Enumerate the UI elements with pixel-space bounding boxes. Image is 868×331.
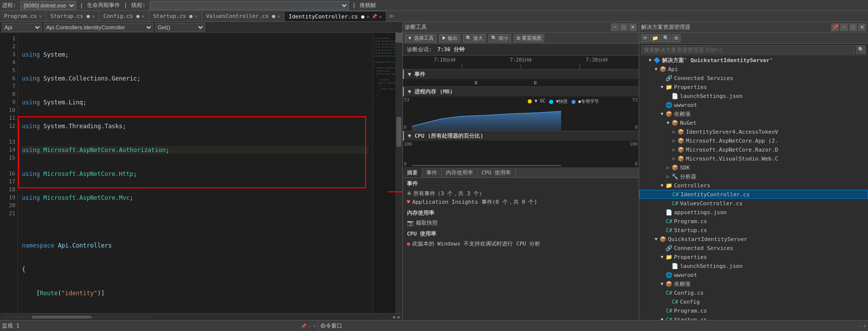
events-section[interactable]: ▼ 事件 (403, 70, 639, 79)
pin-icon[interactable]: 📌 (301, 324, 306, 329)
zoom-out-btn[interactable]: 🔍 缩小 (488, 34, 511, 42)
properties-item[interactable]: ▼ 📁 Properties (639, 83, 868, 91)
config-item-label: Config (680, 299, 700, 305)
program-cs-file[interactable]: C# Program.cs (639, 217, 868, 226)
snapshot-row[interactable]: 📷 额取快照 (407, 219, 635, 227)
command-panel: 命令窗口 − ✕ > (318, 321, 868, 331)
solution-toolbar-btn2[interactable]: 📁 (650, 34, 660, 42)
minimize-btn[interactable]: − (611, 23, 619, 31)
app-insights-text: Application Insights 事件(0 个，共 0 个) (412, 198, 537, 206)
reset-view-btn[interactable]: ⊞ 重置视图 (514, 34, 544, 42)
solution-pin-btn[interactable]: 📌 (831, 23, 839, 31)
close-icon[interactable]: ✕ (367, 14, 370, 19)
wwwroot-2[interactable]: 🌐 wwwroot (639, 270, 868, 279)
tab-events[interactable]: 事件 (422, 168, 442, 177)
maximize-btn[interactable]: □ (620, 23, 628, 31)
visualstudio-web-pkg[interactable]: ▷ 📦 Microsoft.VisualStudio.Web.C (639, 154, 868, 163)
pause-icon: ⏸ (474, 80, 479, 85)
dependencies-2[interactable]: ▼ 📦 依赖项 (639, 279, 868, 288)
code-content[interactable]: using System; using System.Collections.G… (18, 33, 373, 313)
tab-identity-controller[interactable]: IdentityController.cs ● ✕ 📌 ✕ (285, 11, 386, 22)
memory-section[interactable]: ▼ 进程内存 (MB) (403, 87, 639, 96)
solution-toolbar-btn1[interactable]: ⟳ (641, 34, 649, 42)
tab-summary[interactable]: 摘要 (403, 168, 422, 177)
values-controller-file[interactable]: C# ValuesController.cs (639, 199, 868, 208)
tab-cpu-usage[interactable]: CPU 使用率 (478, 168, 516, 177)
tab-startup-cs-1[interactable]: Startup.cs ● ✕ (46, 11, 99, 22)
title-bar-buttons: − □ ✕ (611, 23, 637, 31)
identity-server-pkg[interactable]: ▷ 📦 IdentityServer4.AccessTokenV (639, 127, 868, 136)
startup-cs-file[interactable]: C# Startup.cs (639, 226, 868, 235)
quickstart-project[interactable]: ▼ 📦 QuickstartIdentityServer (639, 235, 868, 244)
program-cs-2-file[interactable]: C# Program.cs (639, 306, 868, 315)
camera-icon: 📷 (407, 220, 414, 226)
tab-overflow-btn[interactable]: ≫ (386, 13, 396, 19)
solution-root[interactable]: ▼ 🔷 解决方案' QuickstartIdentityServer' (639, 56, 868, 65)
timeline: 7:10分钟 7:20分钟 7:30分钟 (403, 56, 639, 70)
tab-config-cs[interactable]: Config.cs ● ✕ (99, 11, 149, 22)
config-cs-file[interactable]: C# Config.cs (639, 288, 868, 297)
solution-toolbar-btn3[interactable]: 🔍 (661, 34, 671, 42)
close-btn[interactable]: ✕ (629, 23, 637, 31)
tab-program-cs[interactable]: Program.cs ✕ (0, 11, 46, 22)
identity-controller-file[interactable]: C# IdentityController.cs (639, 190, 868, 199)
aspnetcore-app-pkg[interactable]: ▷ 📦 Microsoft.AspNetCore.App (2. (639, 136, 868, 145)
solution-maximize-btn[interactable]: □ (849, 23, 857, 31)
select-tool-btn[interactable]: ▼ 选择工具 (405, 34, 436, 42)
thread-select[interactable] (150, 1, 349, 10)
solution-minimize-btn[interactable]: − (840, 23, 848, 31)
process-select[interactable]: [8080] dotnet.exe (20, 1, 76, 10)
close-icon[interactable]: ✕ (92, 13, 95, 19)
close-icon[interactable]: ✕ (142, 13, 145, 19)
appsettings-file[interactable]: 📄 appsettings.json (639, 208, 868, 217)
nuget-item[interactable]: ▼ 📦 NuGet (639, 118, 868, 127)
close-cmd-btn[interactable]: ✕ (864, 324, 866, 329)
output-btn[interactable]: ▶ 输出 (439, 34, 461, 42)
controllers-folder[interactable]: ▼ 📁 Controllers (639, 181, 868, 190)
api-project[interactable]: ▼ 📦 Api (639, 65, 868, 74)
minimize-watch-btn[interactable]: − (308, 324, 311, 329)
tab-values-controller[interactable]: ValuesController.cs ● ✕ (202, 11, 285, 22)
dependencies-item[interactable]: ▼ 📦 依赖项 (639, 109, 868, 118)
wwwroot-item[interactable]: 🌐 wwwroot (639, 100, 868, 109)
connected-services-item[interactable]: 🔗 Connected Services (639, 74, 868, 83)
close-icon-2[interactable]: ✕ (379, 14, 382, 19)
solution-explorer-pane: 解决方案资源管理器 📌 − □ ✕ ⟳ 📁 🔍 ⚙ 🔍 ▼ (639, 22, 868, 320)
config-item[interactable]: C# Config (639, 297, 868, 306)
analyzers-item[interactable]: ▷ 🔧 分析器 (639, 172, 868, 181)
minimize-cmd-btn[interactable]: − (859, 324, 861, 329)
tab-memory-usage[interactable]: 内存使用率 (442, 168, 478, 177)
search-btn[interactable]: 🔍 (856, 45, 866, 54)
solution-toolbar-btn4[interactable]: ⚙ (672, 34, 680, 42)
diagnostics-pane: 诊断工具 − □ ✕ ▼ 选择工具 ▶ 输出 🔍 放大 🔍 缩小 ⊞ 重置视图 … (403, 22, 639, 320)
pin-icon[interactable]: 📌 (372, 14, 377, 19)
pkg-label-1: IdentityServer4.AccessTokenV (686, 129, 778, 135)
namespace-select[interactable]: Api (2, 23, 42, 32)
startup-cs-2-file[interactable]: ▼ C# Startup.cs (639, 315, 868, 320)
launch-settings-item[interactable]: 📄 launchSettings.json (639, 91, 868, 100)
solution-close-btn[interactable]: ✕ (858, 23, 866, 31)
events-chart: ⏸ ⏸ (403, 79, 639, 87)
solution-search-input[interactable] (641, 45, 855, 54)
launch-settings-2[interactable]: 📄 launchSettings.json (639, 261, 868, 270)
sdk-item[interactable]: ▷ 📦 SDK (639, 163, 868, 172)
watch-panel: 监视 1 📌 − ✕ 🔍 ◀ ▶ 搜索深度: 3 名称 值 类型 (0, 321, 318, 331)
zoom-in-btn[interactable]: 🔍 放大 (463, 34, 485, 42)
tab-startup-cs-2[interactable]: Startup.cs ● ✕ (149, 11, 202, 22)
method-select[interactable]: Get() (155, 23, 205, 32)
api-label: Api (668, 66, 678, 73)
connected-services-2[interactable]: 🔗 Connected Services (639, 244, 868, 252)
pause-icon-2: ⏸ (533, 80, 538, 85)
close-icon[interactable]: ✕ (277, 13, 280, 19)
session-label: 诊断会话: (407, 46, 432, 53)
properties-2[interactable]: ▼ 📁 Properties (639, 252, 868, 261)
close-icon[interactable]: ✕ (194, 13, 197, 19)
class-select[interactable]: Api.Controllers.IdentityController (44, 23, 153, 32)
close-icon[interactable]: ✕ (39, 13, 42, 19)
aspnetcore-razor-pkg[interactable]: ▷ 📦 Microsoft.AspNetCore.Razor.D (639, 145, 868, 154)
editor-horizontal-scrollbar[interactable]: ◀ ▶ (0, 313, 402, 320)
editor-vertical-scrollbar[interactable] (395, 33, 402, 313)
solution-icon: 🔷 (653, 57, 661, 64)
cpu-section[interactable]: ▼ CPU (所有处理器的百分比) (403, 131, 639, 141)
close-watch-btn[interactable]: ✕ (313, 324, 316, 329)
